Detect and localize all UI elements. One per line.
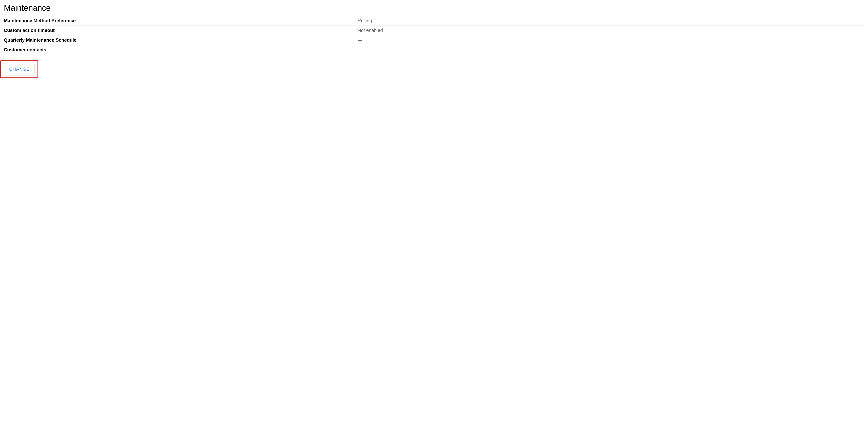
section-title: Maintenance [4, 3, 864, 13]
detail-value-custom-action-timeout: Not enabled [356, 28, 864, 33]
detail-value-quarterly-schedule: — [356, 37, 864, 43]
detail-label-custom-action-timeout: Custom action timeout [4, 28, 356, 33]
detail-row: Customer contacts — [4, 45, 864, 55]
detail-row: Custom action timeout Not enabled [4, 26, 864, 35]
highlight-annotation-box: CHANGE [0, 60, 38, 78]
detail-value-maintenance-method: Rolling [356, 18, 864, 24]
detail-row: Quarterly Maintenance Schedule — [4, 35, 864, 45]
detail-row: Maintenance Method Preference Rolling [4, 16, 864, 26]
change-button[interactable]: CHANGE [4, 63, 34, 75]
detail-value-customer-contacts: — [356, 47, 864, 53]
detail-label-quarterly-schedule: Quarterly Maintenance Schedule [4, 37, 356, 43]
detail-label-customer-contacts: Customer contacts [4, 47, 356, 53]
maintenance-details-table: Maintenance Method Preference Rolling Cu… [4, 16, 864, 55]
detail-label-maintenance-method: Maintenance Method Preference [4, 18, 356, 24]
